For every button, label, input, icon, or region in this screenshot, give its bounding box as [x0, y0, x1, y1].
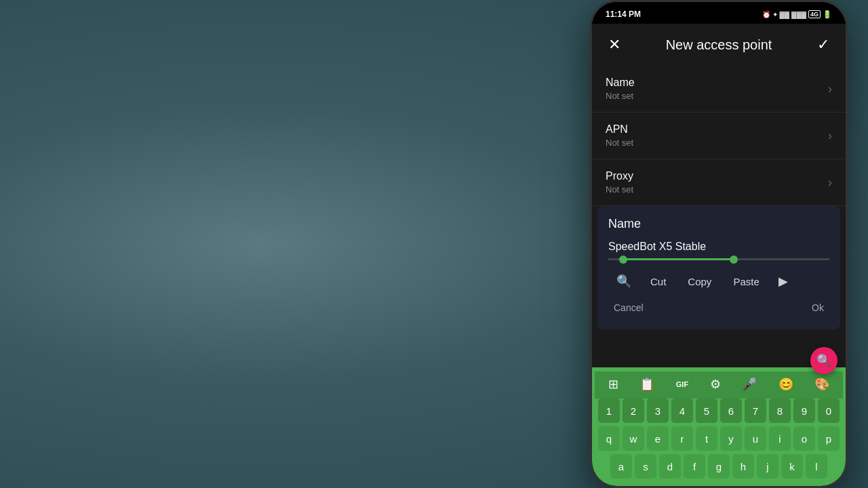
app-area: ✕ New access point ✓ Name Not set ›: [592, 24, 846, 486]
key-p[interactable]: p: [818, 426, 840, 451]
keyboard-settings-icon[interactable]: ⚙: [705, 374, 726, 394]
ok-button[interactable]: Ok: [806, 300, 829, 316]
key-0[interactable]: 0: [818, 399, 840, 423]
key-l[interactable]: l: [806, 454, 827, 479]
key-3[interactable]: 3: [647, 399, 669, 423]
keyboard-emoji-icon[interactable]: 😊: [773, 374, 799, 394]
keyboard-clipboard-icon[interactable]: 📋: [634, 374, 660, 394]
status-bar: 11:14 PM ⏰ ✦ ▓▓ ▓▓▓ 4G 🔋: [592, 2, 846, 24]
key-e[interactable]: e: [647, 426, 669, 451]
key-u[interactable]: u: [745, 426, 766, 451]
proxy-menu-item[interactable]: Proxy Not set ›: [592, 159, 846, 206]
network-type: 4G: [808, 10, 821, 18]
key-w[interactable]: w: [623, 426, 644, 451]
number-row: 1 2 3 4 5 6 7 8 9 0: [595, 399, 843, 423]
signal-bars-1: ▓▓: [780, 11, 790, 18]
phone-frame: 11:14 PM ⏰ ✦ ▓▓ ▓▓▓ 4G 🔋 ✕ New access po…: [590, 0, 848, 488]
context-menu: 🔍 Cut Copy Paste ▶: [608, 266, 829, 297]
keyboard-toolbar: ⊞ 📋 GIF ⚙ 🎤 😊 🎨: [595, 371, 843, 399]
phone-screen: 11:14 PM ⏰ ✦ ▓▓ ▓▓▓ 4G 🔋 ✕ New access po…: [592, 2, 846, 486]
dialog-footer: Cancel Ok: [608, 297, 829, 319]
key-k[interactable]: k: [781, 454, 803, 479]
status-icons: ⏰ ✦ ▓▓ ▓▓▓ 4G 🔋: [762, 10, 832, 19]
menu-list: Name Not set › APN Not set ›: [592, 66, 846, 367]
page-title: New access point: [666, 37, 772, 53]
apn-value: Not set: [606, 138, 633, 148]
key-y[interactable]: y: [720, 426, 742, 451]
key-o[interactable]: o: [793, 426, 815, 451]
key-2[interactable]: 2: [623, 399, 644, 423]
key-f[interactable]: f: [684, 454, 705, 479]
key-8[interactable]: 8: [769, 399, 791, 423]
confirm-button[interactable]: ✓: [814, 33, 832, 56]
key-6[interactable]: 6: [720, 399, 742, 423]
apn-menu-item[interactable]: APN Not set ›: [592, 113, 846, 159]
key-5[interactable]: 5: [696, 399, 717, 423]
top-bar: ✕ New access point ✓: [592, 24, 846, 66]
key-g[interactable]: g: [708, 454, 730, 479]
signal-bars-2: ▓▓▓: [791, 11, 806, 18]
name-dialog: Name SpeedBot X5 Stable 🔍: [597, 206, 840, 329]
qwerty-row: q w e r t y u i o p: [595, 426, 843, 451]
key-9[interactable]: 9: [793, 399, 815, 423]
key-h[interactable]: h: [732, 454, 754, 479]
selection-handle-left[interactable]: [619, 256, 627, 264]
context-more-icon[interactable]: ▶: [770, 268, 796, 294]
keyboard-mic-icon[interactable]: 🎤: [736, 374, 762, 394]
dialog-input-area[interactable]: SpeedBot X5 Stable: [608, 238, 829, 260]
battery-icon: 🔋: [823, 10, 832, 19]
key-4[interactable]: 4: [671, 399, 693, 423]
name-value: Not set: [606, 91, 635, 101]
key-j[interactable]: j: [757, 454, 778, 479]
copy-button[interactable]: Copy: [677, 270, 722, 293]
key-i[interactable]: i: [769, 426, 791, 451]
proxy-value: Not set: [606, 184, 633, 195]
keyboard-theme-icon[interactable]: 🎨: [809, 374, 835, 394]
proxy-chevron-icon: ›: [828, 176, 832, 190]
keyboard-gif-button[interactable]: GIF: [671, 378, 694, 391]
phone-container: 11:14 PM ⏰ ✦ ▓▓ ▓▓▓ 4G 🔋 ✕ New access po…: [590, 0, 848, 488]
name-menu-item[interactable]: Name Not set ›: [592, 66, 846, 113]
key-q[interactable]: q: [598, 426, 620, 451]
dialog-input-value[interactable]: SpeedBot X5 Stable: [608, 238, 829, 258]
status-time: 11:14 PM: [606, 9, 641, 19]
cut-button[interactable]: Cut: [639, 270, 677, 293]
text-selection-bar: [608, 258, 829, 260]
alarm-icon: ⏰: [762, 11, 770, 18]
selection-line: [619, 258, 732, 260]
dialog-title: Name: [608, 217, 829, 231]
keyboard[interactable]: ⊞ 📋 GIF ⚙ 🎤 😊 🎨 1 2 3 4 5: [592, 367, 846, 486]
key-d[interactable]: d: [659, 454, 681, 479]
apn-label: APN: [606, 123, 633, 136]
paste-button[interactable]: Paste: [722, 270, 770, 293]
key-7[interactable]: 7: [745, 399, 766, 423]
context-search-icon[interactable]: 🔍: [608, 268, 639, 294]
key-a[interactable]: a: [610, 454, 632, 479]
keyboard-grid-icon[interactable]: ⊞: [603, 374, 624, 394]
cancel-button[interactable]: Cancel: [608, 300, 649, 316]
bluetooth-icon: ✦: [772, 11, 778, 18]
name-label: Name: [606, 77, 635, 89]
key-t[interactable]: t: [696, 426, 717, 451]
proxy-label: Proxy: [606, 170, 633, 182]
key-r[interactable]: r: [671, 426, 693, 451]
name-chevron-icon: ›: [828, 82, 832, 96]
key-s[interactable]: s: [635, 454, 656, 479]
search-fab-button[interactable]: 🔍: [810, 347, 837, 374]
apn-chevron-icon: ›: [828, 129, 832, 143]
asdf-row: a s d f g h j k l: [595, 454, 843, 479]
key-1[interactable]: 1: [598, 399, 620, 423]
close-button[interactable]: ✕: [606, 33, 623, 56]
selection-handle-right[interactable]: [730, 256, 738, 264]
